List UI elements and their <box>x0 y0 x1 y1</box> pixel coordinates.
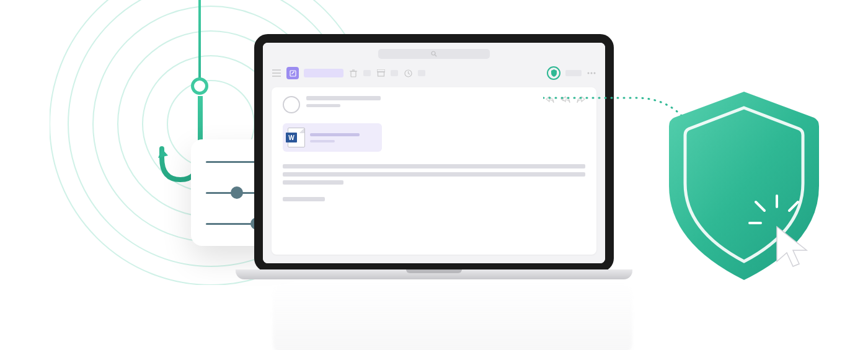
sender-name-skeleton <box>306 96 381 100</box>
sender-avatar <box>283 96 300 113</box>
word-letter: W <box>286 133 297 142</box>
email-app: W <box>263 43 605 263</box>
compose-button[interactable] <box>286 67 299 79</box>
browser-urlbar[interactable] <box>378 49 490 59</box>
laptop-notch <box>406 269 462 273</box>
svg-point-6 <box>432 51 435 55</box>
laptop-mockup: W <box>236 34 632 291</box>
hook-line <box>198 0 201 84</box>
attachment-name-skeleton <box>310 133 360 136</box>
svg-rect-12 <box>351 71 356 77</box>
toolbar-skeleton <box>565 70 582 76</box>
hook-ring <box>191 77 208 95</box>
word-doc-icon: W <box>288 128 305 147</box>
svg-point-20 <box>594 72 596 74</box>
search-icon <box>431 51 437 57</box>
reply-icon[interactable] <box>546 96 554 103</box>
svg-point-19 <box>591 72 593 74</box>
more-icon[interactable] <box>587 68 596 78</box>
cursor-icon <box>774 224 818 274</box>
sender-meta-skeleton <box>306 104 340 107</box>
security-shield-badge[interactable] <box>547 66 560 80</box>
toolbar-skeleton <box>391 70 398 76</box>
body-line <box>283 164 585 168</box>
toolbar-skeleton <box>418 70 425 76</box>
toolbar-skeleton <box>363 70 371 76</box>
clock-icon[interactable] <box>403 68 413 78</box>
email-toolbar <box>263 64 605 82</box>
body-line <box>283 197 325 201</box>
svg-line-7 <box>435 55 437 57</box>
shield-icon <box>551 69 557 77</box>
toolbar-label-skeleton <box>304 69 343 77</box>
forward-icon[interactable] <box>577 96 585 103</box>
menu-icon[interactable] <box>272 68 281 78</box>
word-attachment[interactable]: W <box>283 123 382 152</box>
reply-all-icon[interactable] <box>560 96 570 103</box>
trash-icon[interactable] <box>348 68 358 78</box>
email-body: W <box>272 87 596 255</box>
security-shield-hero <box>659 87 830 297</box>
svg-rect-16 <box>378 72 384 76</box>
body-line <box>283 180 343 185</box>
body-line <box>283 172 585 177</box>
svg-point-18 <box>588 72 590 74</box>
attachment-size-skeleton <box>310 140 335 142</box>
archive-icon[interactable] <box>376 68 386 78</box>
